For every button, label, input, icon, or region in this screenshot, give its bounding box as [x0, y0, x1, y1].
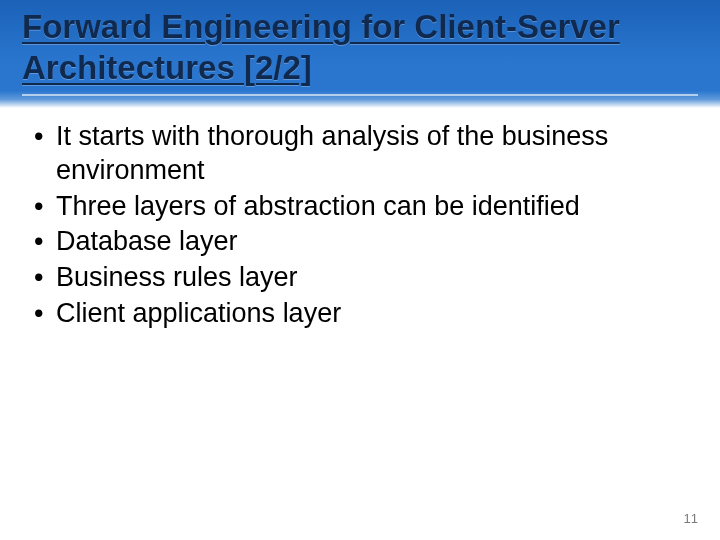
list-item: Client applications layer: [28, 297, 680, 331]
list-item: Business rules layer: [28, 261, 680, 295]
slide-title: Forward Engineering for Client-Server Ar…: [22, 6, 698, 89]
slide-body: It starts with thorough analysis of the …: [28, 120, 680, 333]
list-item: Three layers of abstraction can be ident…: [28, 190, 680, 224]
list-item: It starts with thorough analysis of the …: [28, 120, 680, 188]
page-number: 11: [684, 511, 698, 526]
slide-header: Forward Engineering for Client-Server Ar…: [0, 0, 720, 108]
list-item: Database layer: [28, 225, 680, 259]
bullet-list: It starts with thorough analysis of the …: [28, 120, 680, 331]
header-underline: [22, 94, 698, 96]
